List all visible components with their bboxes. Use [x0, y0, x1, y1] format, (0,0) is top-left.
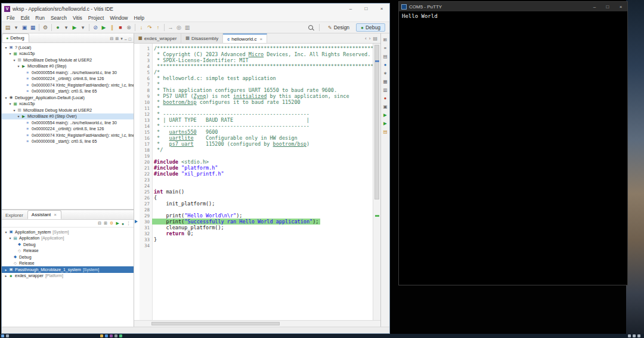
log-view-icon[interactable]: ▤	[382, 128, 389, 134]
expander-arrow-icon[interactable]: ▾	[8, 102, 13, 106]
tab-assistant[interactable]: Assistant ×	[27, 210, 61, 219]
code-text[interactable]: init_platform();	[152, 201, 216, 207]
tree-item-0x00000074-xintc-registerfasthandler-xin[interactable]: ≡0x00000074 XIntc_RegisterFastHandler():…	[2, 132, 134, 139]
code-text[interactable]: }	[152, 236, 159, 242]
tree-item-exdes-wrapper[interactable]: ▸■exdes_wrapper[Platform]	[2, 273, 134, 279]
code-text-highlighted[interactable]: print("Successfully ran Hello World appl…	[152, 219, 320, 225]
taskbar-app-putty[interactable]	[119, 334, 122, 337]
tree-item-passthrough-microblaze-1-system[interactable]: ▸▣Passthrough_Microblaze_1_system[System…	[2, 266, 134, 273]
expander-arrow-icon[interactable]: ▾	[4, 96, 8, 100]
code-text[interactable]: *	[152, 81, 162, 87]
tree-item-application[interactable]: ▾▤Application[Application]	[2, 235, 134, 242]
code-text[interactable]: */	[152, 147, 165, 153]
tree-item-0x00000224-crtinit-crtinit-s-line-126[interactable]: ≡0x00000224 _crtinit(): crtinit.S, line …	[2, 126, 134, 133]
tree-item-0x00000074-xintc-registerfasthandler-xin[interactable]: ≡0x00000074 XIntc_RegisterFastHandler():…	[2, 82, 134, 88]
expand-all-icon[interactable]: ⊞	[115, 36, 119, 41]
expander-arrow-icon[interactable]: ▾	[8, 51, 13, 56]
breakpoints-view-icon[interactable]: ●	[382, 62, 389, 67]
tree-item-0x00000554-main-src-helloworld-c-line-30[interactable]: ≡0x00000554 main(): ../src/helloworld.c,…	[2, 69, 134, 76]
code-text[interactable]: cleanup_platform();	[152, 225, 226, 231]
tree-item-application-system[interactable]: ▾▣Application_system[System]	[2, 229, 134, 235]
taskbar-app-browser[interactable]	[105, 334, 108, 337]
step-return-icon[interactable]: ↑	[154, 23, 162, 32]
tree-item-microblaze-debug-module-at-user2[interactable]: ▾▥MicroBlaze Debug Module at USER2	[2, 107, 134, 113]
expander-arrow-icon[interactable]: ▾	[8, 236, 13, 240]
pin-icon[interactable]: ◎	[175, 23, 183, 32]
view-menu-icon[interactable]: ▾	[120, 36, 123, 41]
tree-item-release[interactable]: ◇Release	[2, 248, 134, 254]
tab-scroll-right-icon[interactable]: ›	[369, 36, 371, 41]
putty-terminal-output[interactable]: Hello World	[399, 11, 627, 21]
collapse-all-icon[interactable]: ⊟	[98, 221, 101, 226]
code-text[interactable]: * uartns550 9600	[152, 129, 219, 135]
tree-item-xcau15p[interactable]: ▾▦xcau15p	[2, 101, 134, 107]
terminate-icon[interactable]: ■	[116, 23, 125, 32]
vertical-scrollbar-thumb[interactable]	[374, 45, 379, 199]
tree-item--local-[interactable]: ▾▣? (Local)	[2, 44, 134, 51]
minimize-panel-icon[interactable]: –	[125, 37, 127, 41]
code-text[interactable]: * SPDX-License-Identifier: MIT	[152, 57, 250, 63]
expander-arrow-icon[interactable]: ▾	[12, 108, 17, 112]
dropdown-icon[interactable]: ▾	[79, 23, 87, 32]
menu-help[interactable]: Help	[131, 14, 147, 21]
suspend-icon[interactable]: ∥	[108, 23, 116, 32]
maximize-panel-icon[interactable]: □	[129, 37, 131, 41]
panel-menu-icon[interactable]: ⋮	[126, 221, 131, 226]
code-text[interactable]: * --------------------------------------…	[152, 111, 311, 117]
code-text[interactable]: int main()	[152, 189, 186, 195]
search-icon[interactable]	[308, 25, 313, 30]
expander-arrow-icon[interactable]: ▸	[4, 268, 8, 272]
putty-close-button[interactable]: ×	[614, 2, 627, 11]
code-text[interactable]: * This application configures UART 16550…	[152, 87, 339, 93]
code-text[interactable]: *	[152, 105, 162, 111]
code-text[interactable]: #include "platform.h"	[152, 165, 220, 171]
code-text[interactable]: #include <stdio.h>	[152, 159, 210, 165]
registers-view-icon[interactable]: ▦	[382, 78, 389, 84]
memory-view-icon[interactable]: ▥	[382, 87, 389, 93]
menu-window[interactable]: Window	[107, 14, 131, 21]
menu-search[interactable]: Search	[48, 14, 70, 21]
putty-maximize-button[interactable]: □	[601, 2, 614, 11]
console-view-icon[interactable]: ▣	[382, 103, 389, 109]
tree-item-xcau15p[interactable]: ▾▦xcau15p	[2, 51, 134, 57]
run-icon[interactable]: ▶	[116, 221, 119, 226]
tree-item-0x00000008-start-crt0-s-line-65[interactable]: ≡0x00000008 _start(): crt0.S, line 65	[2, 88, 134, 95]
resume-icon[interactable]: ▶	[100, 23, 108, 32]
vitis-titlebar[interactable]: V wksp - Application/src/helloworld.c - …	[2, 4, 389, 14]
tree-item-microblaze-debug-module-at-user2[interactable]: ▾▥MicroBlaze Debug Module at USER2	[2, 57, 134, 63]
overview-mark-blue[interactable]	[375, 60, 379, 62]
code-text[interactable]: /*	[152, 69, 162, 75]
new-wizard-icon[interactable]: ▤	[4, 23, 12, 32]
memory-icon[interactable]: ▥	[183, 23, 191, 32]
menu-edit[interactable]: Edit	[18, 14, 33, 21]
save-icon[interactable]: ▣	[20, 23, 29, 32]
editor-tab-disassembly[interactable]: ▤Disassembly	[181, 33, 223, 43]
window-close-button[interactable]: ×	[374, 4, 389, 14]
code-text[interactable]: * uartlite Configurable only in HW desig…	[152, 135, 299, 141]
code-text[interactable]: * helloworld.c: simple test application	[152, 75, 278, 81]
terminal-view-icon[interactable]: ▶	[382, 112, 389, 118]
step-into-icon[interactable]: ↓	[137, 23, 145, 32]
tree-item-0x00000008-start-crt0-s-line-65[interactable]: ≡0x00000008 _start(): crt0.S, line 65	[2, 139, 134, 145]
close-tab-icon[interactable]: ×	[259, 36, 262, 42]
taskbar-search-icon[interactable]	[6, 334, 9, 337]
debug-launch-icon[interactable]: ●	[54, 23, 62, 32]
code-text[interactable]: #include "xil_printf.h"	[152, 171, 226, 177]
restore-panel-icon[interactable]: ⊞	[382, 36, 389, 42]
expander-arrow-icon[interactable]: ▾	[16, 114, 21, 118]
perspective-debug-button[interactable]: ● Debug	[356, 23, 385, 32]
build-icon[interactable]: ⚙	[41, 23, 49, 32]
disconnect-icon[interactable]: ⊗	[125, 23, 133, 32]
menu-vitis[interactable]: Vitis	[70, 14, 85, 21]
expander-arrow-icon[interactable]: ▸	[4, 274, 8, 278]
horizontal-scrollbar[interactable]	[134, 320, 380, 327]
start-button[interactable]	[1, 334, 4, 337]
code-text[interactable]: * PS7 UART (Zynq) is not initialized by …	[152, 93, 351, 99]
tray-icon-1[interactable]	[628, 334, 631, 337]
menu-run[interactable]: Run	[32, 14, 48, 21]
expander-arrow-icon[interactable]: ▾	[4, 45, 8, 50]
tab-debug-view[interactable]: ● Debug	[2, 33, 29, 42]
save-all-icon[interactable]: ▦	[29, 23, 37, 32]
taskbar[interactable]	[0, 334, 644, 338]
tree-item-debug[interactable]: ◆Debug	[2, 254, 134, 260]
